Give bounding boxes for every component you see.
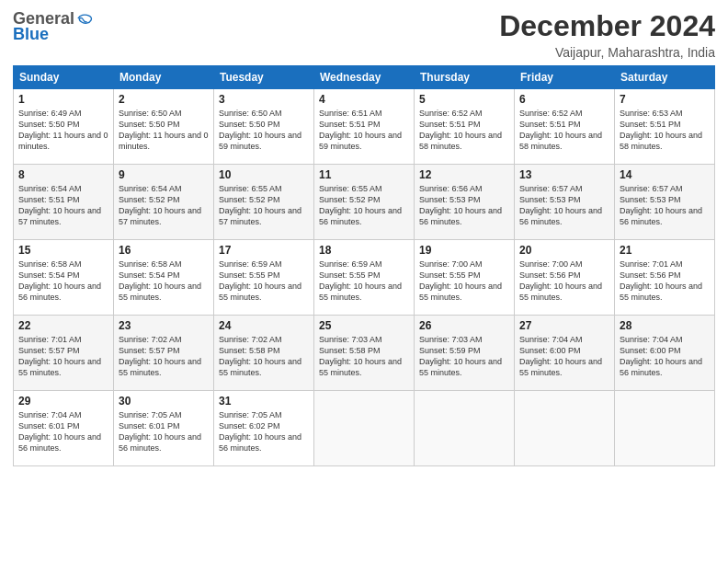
title-block: December 2024 Vaijapur, Maharashtra, Ind… bbox=[499, 9, 715, 60]
calendar-cell: 7Sunrise: 6:53 AMSunset: 5:51 PMDaylight… bbox=[615, 89, 715, 165]
day-info: Sunrise: 6:56 AMSunset: 5:53 PMDaylight:… bbox=[419, 183, 509, 228]
calendar-cell: 29Sunrise: 7:04 AMSunset: 6:01 PMDayligh… bbox=[14, 391, 114, 466]
day-info: Sunrise: 6:58 AMSunset: 5:54 PMDaylight:… bbox=[18, 259, 108, 304]
day-info: Sunrise: 6:51 AMSunset: 5:51 PMDaylight:… bbox=[319, 108, 409, 153]
calendar-header-friday: Friday bbox=[515, 66, 615, 89]
calendar-header-wednesday: Wednesday bbox=[314, 66, 415, 89]
calendar-cell: 15Sunrise: 6:58 AMSunset: 5:54 PMDayligh… bbox=[14, 240, 114, 316]
calendar-week-4: 22Sunrise: 7:01 AMSunset: 5:57 PMDayligh… bbox=[14, 316, 715, 391]
day-info: Sunrise: 7:05 AMSunset: 6:02 PMDaylight:… bbox=[219, 409, 309, 454]
calendar-header-row: SundayMondayTuesdayWednesdayThursdayFrid… bbox=[14, 66, 715, 89]
day-number: 6 bbox=[519, 93, 609, 106]
day-info: Sunrise: 6:50 AMSunset: 5:50 PMDaylight:… bbox=[119, 108, 209, 153]
day-info: Sunrise: 7:01 AMSunset: 5:56 PMDaylight:… bbox=[620, 259, 710, 304]
day-info: Sunrise: 6:54 AMSunset: 5:51 PMDaylight:… bbox=[18, 183, 108, 228]
calendar-cell: 31Sunrise: 7:05 AMSunset: 6:02 PMDayligh… bbox=[214, 391, 314, 466]
page-header: General Blue December 2024 Vaijapur, Mah… bbox=[13, 9, 715, 60]
day-info: Sunrise: 6:55 AMSunset: 5:52 PMDaylight:… bbox=[319, 183, 409, 228]
calendar-header-monday: Monday bbox=[114, 66, 214, 89]
logo-blue-text: Blue bbox=[13, 25, 49, 44]
calendar-cell: 17Sunrise: 6:59 AMSunset: 5:55 PMDayligh… bbox=[214, 240, 314, 316]
day-number: 17 bbox=[219, 244, 309, 257]
logo: General Blue bbox=[13, 9, 93, 44]
calendar-cell: 30Sunrise: 7:05 AMSunset: 6:01 PMDayligh… bbox=[114, 391, 214, 466]
day-info: Sunrise: 6:59 AMSunset: 5:55 PMDaylight:… bbox=[219, 259, 309, 304]
calendar-cell bbox=[515, 391, 615, 466]
calendar-header-tuesday: Tuesday bbox=[214, 66, 314, 89]
calendar-cell: 27Sunrise: 7:04 AMSunset: 6:00 PMDayligh… bbox=[515, 316, 615, 391]
day-info: Sunrise: 7:05 AMSunset: 6:01 PMDaylight:… bbox=[119, 409, 209, 454]
calendar-cell: 16Sunrise: 6:58 AMSunset: 5:54 PMDayligh… bbox=[114, 240, 214, 316]
day-number: 15 bbox=[18, 244, 108, 257]
day-number: 12 bbox=[419, 168, 509, 181]
calendar-cell: 24Sunrise: 7:02 AMSunset: 5:58 PMDayligh… bbox=[214, 316, 314, 391]
calendar-cell: 22Sunrise: 7:01 AMSunset: 5:57 PMDayligh… bbox=[14, 316, 114, 391]
calendar-cell: 21Sunrise: 7:01 AMSunset: 5:56 PMDayligh… bbox=[615, 240, 715, 316]
calendar-cell: 3Sunrise: 6:50 AMSunset: 5:50 PMDaylight… bbox=[214, 89, 314, 165]
day-number: 30 bbox=[119, 395, 209, 408]
day-info: Sunrise: 7:02 AMSunset: 5:57 PMDaylight:… bbox=[119, 334, 209, 379]
day-info: Sunrise: 7:00 AMSunset: 5:55 PMDaylight:… bbox=[419, 259, 509, 304]
calendar-table: SundayMondayTuesdayWednesdayThursdayFrid… bbox=[13, 65, 715, 466]
day-number: 21 bbox=[620, 244, 710, 257]
calendar-week-3: 15Sunrise: 6:58 AMSunset: 5:54 PMDayligh… bbox=[14, 240, 715, 316]
day-number: 31 bbox=[219, 395, 309, 408]
calendar-cell: 1Sunrise: 6:49 AMSunset: 5:50 PMDaylight… bbox=[14, 89, 114, 165]
day-info: Sunrise: 7:01 AMSunset: 5:57 PMDaylight:… bbox=[18, 334, 108, 379]
calendar-cell: 13Sunrise: 6:57 AMSunset: 5:53 PMDayligh… bbox=[515, 165, 615, 240]
calendar-cell: 19Sunrise: 7:00 AMSunset: 5:55 PMDayligh… bbox=[415, 240, 515, 316]
calendar-cell: 12Sunrise: 6:56 AMSunset: 5:53 PMDayligh… bbox=[415, 165, 515, 240]
calendar-cell: 10Sunrise: 6:55 AMSunset: 5:52 PMDayligh… bbox=[214, 165, 314, 240]
day-number: 1 bbox=[18, 93, 108, 106]
month-title: December 2024 bbox=[499, 9, 715, 43]
calendar-week-5: 29Sunrise: 7:04 AMSunset: 6:01 PMDayligh… bbox=[14, 391, 715, 466]
day-number: 23 bbox=[119, 319, 209, 332]
day-info: Sunrise: 6:53 AMSunset: 5:51 PMDaylight:… bbox=[620, 108, 710, 153]
calendar-cell bbox=[615, 391, 715, 466]
calendar-cell: 18Sunrise: 6:59 AMSunset: 5:55 PMDayligh… bbox=[314, 240, 415, 316]
calendar-cell: 9Sunrise: 6:54 AMSunset: 5:52 PMDaylight… bbox=[114, 165, 214, 240]
day-info: Sunrise: 6:52 AMSunset: 5:51 PMDaylight:… bbox=[519, 108, 609, 153]
main-container: General Blue December 2024 Vaijapur, Mah… bbox=[0, 0, 728, 476]
day-info: Sunrise: 6:55 AMSunset: 5:52 PMDaylight:… bbox=[219, 183, 309, 228]
day-info: Sunrise: 6:57 AMSunset: 5:53 PMDaylight:… bbox=[519, 183, 609, 228]
calendar-cell: 20Sunrise: 7:00 AMSunset: 5:56 PMDayligh… bbox=[515, 240, 615, 316]
day-number: 16 bbox=[119, 244, 209, 257]
calendar-cell: 8Sunrise: 6:54 AMSunset: 5:51 PMDaylight… bbox=[14, 165, 114, 240]
calendar-week-2: 8Sunrise: 6:54 AMSunset: 5:51 PMDaylight… bbox=[14, 165, 715, 240]
logo-bird-icon bbox=[76, 12, 93, 27]
day-info: Sunrise: 7:02 AMSunset: 5:58 PMDaylight:… bbox=[219, 334, 309, 379]
day-number: 2 bbox=[119, 93, 209, 106]
calendar-cell: 11Sunrise: 6:55 AMSunset: 5:52 PMDayligh… bbox=[314, 165, 415, 240]
calendar-cell: 6Sunrise: 6:52 AMSunset: 5:51 PMDaylight… bbox=[515, 89, 615, 165]
calendar-cell: 5Sunrise: 6:52 AMSunset: 5:51 PMDaylight… bbox=[415, 89, 515, 165]
day-info: Sunrise: 6:58 AMSunset: 5:54 PMDaylight:… bbox=[119, 259, 209, 304]
calendar-header-thursday: Thursday bbox=[415, 66, 515, 89]
day-number: 28 bbox=[620, 319, 710, 332]
day-number: 18 bbox=[319, 244, 409, 257]
day-info: Sunrise: 7:04 AMSunset: 6:00 PMDaylight:… bbox=[620, 334, 710, 379]
calendar-cell: 14Sunrise: 6:57 AMSunset: 5:53 PMDayligh… bbox=[615, 165, 715, 240]
day-info: Sunrise: 7:00 AMSunset: 5:56 PMDaylight:… bbox=[519, 259, 609, 304]
day-number: 8 bbox=[18, 168, 108, 181]
calendar-cell: 28Sunrise: 7:04 AMSunset: 6:00 PMDayligh… bbox=[615, 316, 715, 391]
day-info: Sunrise: 6:50 AMSunset: 5:50 PMDaylight:… bbox=[219, 108, 309, 153]
day-number: 3 bbox=[219, 93, 309, 106]
calendar-cell: 23Sunrise: 7:02 AMSunset: 5:57 PMDayligh… bbox=[114, 316, 214, 391]
day-number: 25 bbox=[319, 319, 409, 332]
day-info: Sunrise: 7:03 AMSunset: 5:58 PMDaylight:… bbox=[319, 334, 409, 379]
location: Vaijapur, Maharashtra, India bbox=[499, 45, 715, 60]
calendar-header-sunday: Sunday bbox=[14, 66, 114, 89]
day-info: Sunrise: 6:54 AMSunset: 5:52 PMDaylight:… bbox=[119, 183, 209, 228]
day-number: 13 bbox=[519, 168, 609, 181]
calendar-cell: 25Sunrise: 7:03 AMSunset: 5:58 PMDayligh… bbox=[314, 316, 415, 391]
day-info: Sunrise: 6:57 AMSunset: 5:53 PMDaylight:… bbox=[620, 183, 710, 228]
day-info: Sunrise: 7:04 AMSunset: 6:01 PMDaylight:… bbox=[18, 409, 108, 454]
day-info: Sunrise: 6:59 AMSunset: 5:55 PMDaylight:… bbox=[319, 259, 409, 304]
day-number: 29 bbox=[18, 395, 108, 408]
day-number: 9 bbox=[119, 168, 209, 181]
day-info: Sunrise: 6:49 AMSunset: 5:50 PMDaylight:… bbox=[18, 108, 108, 153]
calendar-cell: 4Sunrise: 6:51 AMSunset: 5:51 PMDaylight… bbox=[314, 89, 415, 165]
day-number: 26 bbox=[419, 319, 509, 332]
day-info: Sunrise: 7:04 AMSunset: 6:00 PMDaylight:… bbox=[519, 334, 609, 379]
